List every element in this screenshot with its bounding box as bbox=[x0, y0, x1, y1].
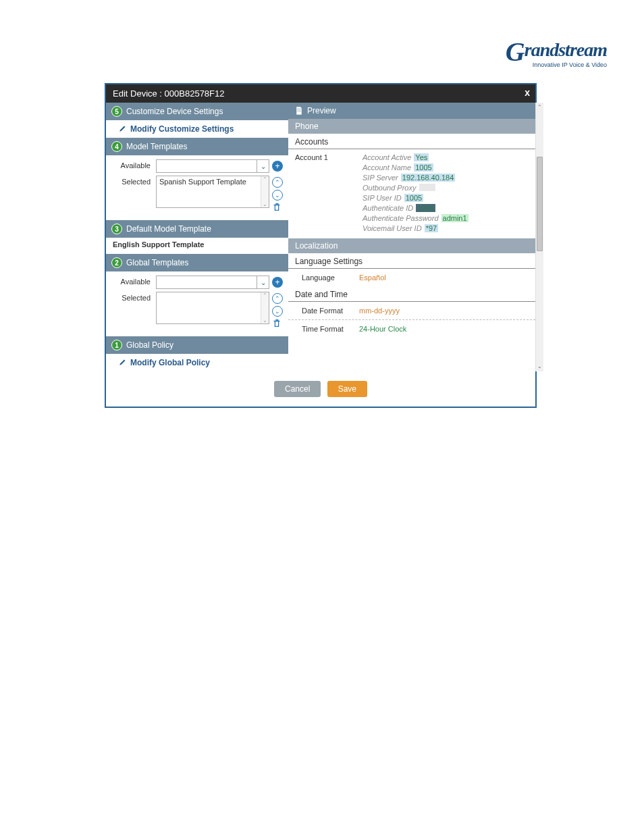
sip-server-value: 192.168.40.184 bbox=[401, 174, 455, 182]
badge-4: 4 bbox=[111, 141, 122, 152]
pencil-icon bbox=[118, 125, 126, 133]
sip-userid-value: 1005 bbox=[404, 194, 423, 202]
sip-userid-label: SIP User ID bbox=[363, 194, 402, 202]
time-format-value: 24-Hour Clock bbox=[359, 325, 406, 333]
model-selected-item: Spanish Support Template bbox=[159, 178, 246, 186]
auth-pw-label: Authenticate Password bbox=[363, 214, 439, 222]
delete-icon[interactable] bbox=[272, 203, 281, 212]
global-templates-label: Global Templates bbox=[126, 258, 189, 267]
move-down-icon[interactable]: ⌄ bbox=[272, 306, 283, 317]
preview-panel: Preview Phone Accounts Account 1 Account… bbox=[288, 103, 535, 371]
badge-5: 5 bbox=[111, 106, 122, 117]
date-format-row: Date Format mm-dd-yyyy bbox=[288, 302, 535, 320]
outbound-proxy-value bbox=[419, 184, 435, 191]
global-selected-label: Selected bbox=[115, 292, 153, 302]
language-value: Español bbox=[359, 273, 386, 282]
date-format-label: Date Format bbox=[295, 307, 359, 315]
move-up-icon[interactable]: ⌃ bbox=[272, 177, 283, 188]
model-available-select[interactable]: ⌄ bbox=[156, 159, 269, 173]
account-active-label: Account Active bbox=[363, 153, 411, 161]
global-selected-listbox[interactable]: ⌃⌄ bbox=[156, 292, 269, 324]
account-name-label: Account Name bbox=[363, 163, 411, 172]
settings-panel: 5 Customize Device Settings Modify Custo… bbox=[106, 103, 288, 371]
move-down-icon[interactable]: ⌄ bbox=[272, 190, 283, 201]
global-templates-body: Available ⌄ + Selected ⌃⌄ ⌃ ⌄ bbox=[106, 271, 288, 336]
scroll-thumb[interactable] bbox=[537, 157, 543, 251]
model-templates-header[interactable]: 4 Model Templates bbox=[106, 138, 288, 155]
account-active-value: Yes bbox=[414, 153, 429, 161]
voicemail-value: *97 bbox=[425, 224, 439, 232]
default-model-template-header[interactable]: 3 Default Model Template bbox=[106, 220, 288, 238]
global-policy-header[interactable]: 1 Global Policy bbox=[106, 336, 288, 354]
localization-header: Localization bbox=[288, 238, 535, 253]
cancel-button[interactable]: Cancel bbox=[274, 381, 321, 397]
badge-2: 2 bbox=[111, 257, 122, 268]
account-name-value: 1005 bbox=[414, 163, 433, 172]
default-model-label: Default Model Template bbox=[126, 224, 211, 234]
global-templates-header[interactable]: 2 Global Templates bbox=[106, 254, 288, 271]
account-1-label: Account 1 bbox=[295, 153, 349, 234]
preview-header: Preview bbox=[288, 103, 535, 119]
scroll-down-icon[interactable]: ⌄ bbox=[536, 362, 543, 371]
pencil-icon bbox=[118, 359, 126, 367]
auth-pw-value: admin1 bbox=[441, 214, 468, 222]
dropdown-arrow-icon: ⌄ bbox=[257, 276, 269, 288]
badge-3: 3 bbox=[111, 224, 122, 234]
add-model-template-icon[interactable]: + bbox=[272, 161, 283, 172]
model-selected-listbox[interactable]: Spanish Support Template ⌃⌄ bbox=[156, 176, 269, 208]
logo-text: randstream bbox=[525, 39, 607, 60]
default-model-template-name: English Support Template bbox=[106, 238, 288, 254]
save-button[interactable]: Save bbox=[327, 381, 367, 397]
selected-label: Selected bbox=[115, 176, 153, 186]
language-label: Language bbox=[295, 273, 359, 282]
preview-title: Preview bbox=[307, 106, 336, 115]
document-icon bbox=[295, 106, 303, 115]
customize-label: Customize Device Settings bbox=[126, 107, 223, 116]
delete-icon[interactable] bbox=[272, 319, 281, 328]
dropdown-arrow-icon: ⌄ bbox=[257, 160, 269, 172]
date-time-header: Date and Time bbox=[288, 286, 535, 302]
model-templates-body: Available ⌄ + Selected Spanish Support T… bbox=[106, 155, 288, 220]
add-global-template-icon[interactable]: + bbox=[272, 277, 283, 288]
modify-global-policy-link[interactable]: Modify Global Policy bbox=[106, 354, 288, 371]
account-1-section: Account 1 Account Active Yes Account Nam… bbox=[288, 149, 535, 238]
modify-customize-settings-link[interactable]: Modify Customize Settings bbox=[106, 120, 288, 138]
logo-g-icon: G bbox=[506, 41, 525, 63]
outbound-proxy-label: Outbound Proxy bbox=[363, 184, 417, 192]
close-icon[interactable]: x bbox=[525, 87, 530, 98]
dialog-title-text: Edit Device : 000B82578F12 bbox=[113, 88, 225, 99]
scroll-up-icon[interactable]: ⌃ bbox=[536, 103, 543, 112]
sip-server-label: SIP Server bbox=[363, 174, 398, 182]
auth-id-value: 1005 bbox=[416, 204, 435, 212]
modify-customize-label: Modify Customize Settings bbox=[130, 124, 234, 134]
dialog-footer: Cancel Save bbox=[106, 371, 535, 407]
global-policy-label: Global Policy bbox=[126, 340, 173, 350]
badge-1: 1 bbox=[111, 340, 122, 350]
global-available-select[interactable]: ⌄ bbox=[156, 276, 269, 289]
date-format-value: mm-dd-yyyy bbox=[359, 307, 400, 315]
model-templates-label: Model Templates bbox=[126, 142, 188, 151]
available-label: Available bbox=[115, 159, 153, 170]
language-settings-header: Language Settings bbox=[288, 253, 535, 269]
dialog-body: 5 Customize Device Settings Modify Custo… bbox=[106, 103, 535, 371]
accounts-header: Accounts bbox=[288, 134, 535, 149]
time-format-row: Time Format 24-Hour Clock bbox=[288, 320, 535, 338]
move-up-icon[interactable]: ⌃ bbox=[272, 293, 283, 304]
modify-global-label: Modify Global Policy bbox=[130, 358, 210, 367]
dialog-titlebar: Edit Device : 000B82578F12 x bbox=[106, 84, 535, 103]
global-available-label: Available bbox=[115, 276, 153, 286]
account-1-fields: Account Active Yes Account Name 1005 SIP… bbox=[363, 153, 529, 234]
listbox-scrollbar[interactable]: ⌃⌄ bbox=[261, 292, 269, 323]
listbox-scrollbar[interactable]: ⌃⌄ bbox=[261, 176, 269, 207]
voicemail-label: Voicemail User ID bbox=[363, 224, 422, 232]
auth-id-label: Authenticate ID bbox=[363, 204, 413, 212]
preview-scrollbar[interactable]: ⌃ ⌄ bbox=[535, 103, 543, 371]
phone-section-header: Phone bbox=[288, 119, 535, 134]
brand-logo: Grandstream Innovative IP Voice & Video bbox=[506, 39, 607, 68]
customize-device-settings-header[interactable]: 5 Customize Device Settings bbox=[106, 103, 288, 120]
edit-device-dialog: Edit Device : 000B82578F12 x 5 Customize… bbox=[105, 83, 537, 408]
language-row: Language Español bbox=[288, 269, 535, 286]
time-format-label: Time Format bbox=[295, 325, 359, 333]
